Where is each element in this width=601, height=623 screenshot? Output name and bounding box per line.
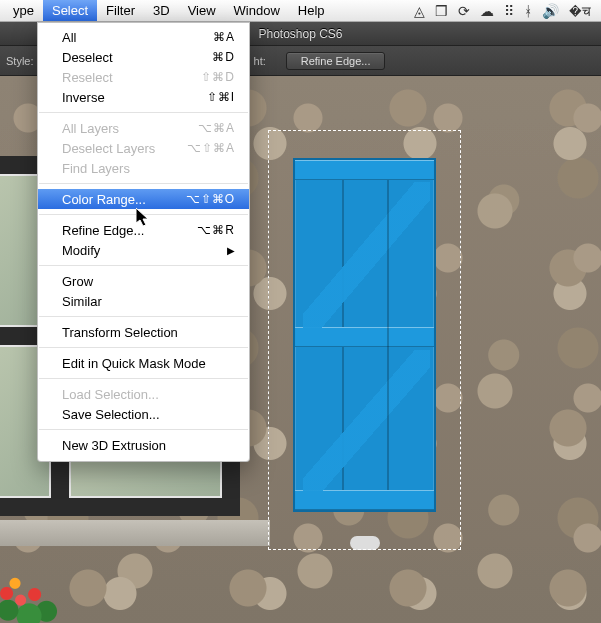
menu-item-shortcut: ⇧⌘D: [201, 70, 235, 84]
gdrive-icon[interactable]: ◬: [414, 0, 425, 22]
menu-separator: [39, 429, 248, 430]
sync-icon[interactable]: ⟳: [458, 0, 470, 22]
wifi-icon[interactable]: �च: [569, 0, 591, 22]
menu-item-label: Inverse: [62, 90, 207, 105]
menu-item-find-layers: Find Layers: [38, 158, 249, 178]
menu-item-transform-selection[interactable]: Transform Selection: [38, 322, 249, 342]
style-label: Style:: [6, 55, 34, 67]
menu-item-shortcut: ⌥⇧⌘A: [187, 141, 235, 155]
menu-help[interactable]: Help: [289, 0, 334, 21]
menu-item-save-selection[interactable]: Save Selection...: [38, 404, 249, 424]
shutter-latch: [350, 536, 380, 550]
menu-separator: [39, 265, 248, 266]
menu-item-label: Save Selection...: [62, 407, 235, 422]
cloud-icon[interactable]: ☁: [480, 0, 494, 22]
menu-item-label: New 3D Extrusion: [62, 438, 235, 453]
menu-item-shortcut: ⌘D: [212, 50, 235, 64]
menu-item-label: Load Selection...: [62, 387, 235, 402]
menu-separator: [39, 347, 248, 348]
menu-item-edit-in-quick-mask-mode[interactable]: Edit in Quick Mask Mode: [38, 353, 249, 373]
select-menu-dropdown: All⌘ADeselect⌘DReselect⇧⌘DInverse⇧⌘IAll …: [37, 22, 250, 462]
menu-item-refine-edge[interactable]: Refine Edge...⌥⌘R: [38, 220, 249, 240]
menu-item-deselect[interactable]: Deselect⌘D: [38, 47, 249, 67]
menu-item-label: Deselect: [62, 50, 212, 65]
menu-item-similar[interactable]: Similar: [38, 291, 249, 311]
submenu-arrow-icon: ▶: [227, 245, 235, 256]
menu-view[interactable]: View: [179, 0, 225, 21]
blue-shutter: [293, 158, 436, 512]
menu-item-shortcut: ⌥⌘A: [198, 121, 235, 135]
mac-menubar: ype Select Filter 3D View Window Help ◬ …: [0, 0, 601, 22]
menu-item-label: Reselect: [62, 70, 201, 85]
refine-edge-button[interactable]: Refine Edge...: [286, 52, 386, 70]
menu-select[interactable]: Select: [43, 0, 97, 21]
menu-item-shortcut: ⇧⌘I: [207, 90, 235, 104]
menu-item-shortcut: ⌘A: [213, 30, 235, 44]
menu-separator: [39, 316, 248, 317]
menubar-extras: ◬ ❒ ⟳ ☁ ⠿ ᚼ 🔊 �च: [414, 0, 601, 22]
dropbox-icon[interactable]: ❒: [435, 0, 448, 22]
menu-separator: [39, 378, 248, 379]
menu-item-load-selection: Load Selection...: [38, 384, 249, 404]
menu-item-label: Deselect Layers: [62, 141, 187, 156]
menu-separator: [39, 183, 248, 184]
menu-item-grow[interactable]: Grow: [38, 271, 249, 291]
menu-item-new-3d-extrusion[interactable]: New 3D Extrusion: [38, 435, 249, 455]
menu-item-inverse[interactable]: Inverse⇧⌘I: [38, 87, 249, 107]
menu-item-label: Edit in Quick Mask Mode: [62, 356, 235, 371]
menu-item-label: All: [62, 30, 213, 45]
menu-item-label: All Layers: [62, 121, 198, 136]
menu-item-label: Grow: [62, 274, 235, 289]
menu-item-all[interactable]: All⌘A: [38, 27, 249, 47]
app-title: Photoshop CS6: [258, 27, 342, 41]
grid-icon[interactable]: ⠿: [504, 0, 514, 22]
volume-icon[interactable]: 🔊: [542, 0, 559, 22]
menu-item-color-range[interactable]: Color Range...⌥⇧⌘O: [38, 189, 249, 209]
menu-item-shortcut: ⌥⌘R: [197, 223, 235, 237]
menu-item-label: Refine Edge...: [62, 223, 197, 238]
menu-item-all-layers: All Layers⌥⌘A: [38, 118, 249, 138]
menu-separator: [39, 112, 248, 113]
menu-item-label: Find Layers: [62, 161, 235, 176]
menu-3d[interactable]: 3D: [144, 0, 179, 21]
menu-item-label: Color Range...: [62, 192, 186, 207]
height-label: ht:: [254, 55, 266, 67]
menu-window[interactable]: Window: [225, 0, 289, 21]
menu-type[interactable]: ype: [4, 0, 43, 21]
menu-filter[interactable]: Filter: [97, 0, 144, 21]
menu-separator: [39, 214, 248, 215]
menu-item-deselect-layers: Deselect Layers⌥⇧⌘A: [38, 138, 249, 158]
menu-item-reselect: Reselect⇧⌘D: [38, 67, 249, 87]
menu-item-label: Transform Selection: [62, 325, 235, 340]
menu-item-label: Similar: [62, 294, 235, 309]
bluetooth-icon[interactable]: ᚼ: [524, 0, 532, 22]
menu-item-label: Modify: [62, 243, 219, 258]
flowers: [0, 571, 64, 623]
menu-item-shortcut: ⌥⇧⌘O: [186, 192, 235, 206]
menu-item-modify[interactable]: Modify▶: [38, 240, 249, 260]
stone-sill: [0, 520, 270, 546]
